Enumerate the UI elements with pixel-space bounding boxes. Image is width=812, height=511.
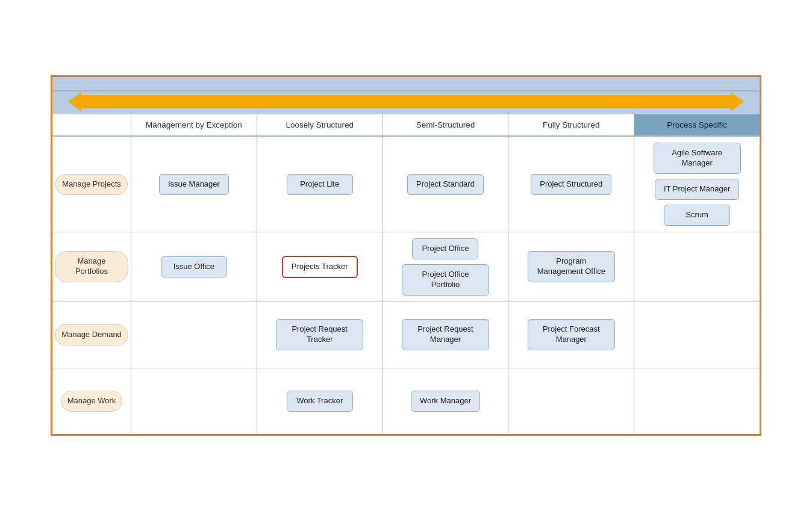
row-label-pill-0: Manage Projects [55, 174, 128, 195]
grid-cell-r3-c3 [508, 368, 634, 434]
corner-spacer [52, 114, 131, 135]
item-box-r3-c1-0[interactable]: Work Tracker [287, 391, 353, 412]
col-header-fully-structured: Fully Structured [508, 114, 634, 135]
grid-cell-r2-c1: Project Request Tracker [257, 302, 383, 368]
grid-cell-r1-c4 [634, 232, 760, 302]
grid-row-3: Manage WorkWork TrackerWork Manager [52, 368, 760, 434]
row-label-cell-2: Manage Demand [52, 302, 131, 368]
grid-cell-r1-c2: Project OfficeProject Office Portfolio [383, 232, 508, 302]
item-box-r1-c1-0[interactable]: Projects Tracker [282, 256, 358, 278]
grid-row-0: Manage ProjectsIssue ManagerProject Lite… [52, 136, 760, 232]
column-headers-row: Management by ExceptionLoosely Structure… [52, 114, 760, 136]
grid-cell-r0-c1: Project Lite [257, 137, 383, 232]
grid-cell-r0-c3: Project Structured [508, 137, 634, 232]
item-box-r2-c2-0[interactable]: Project Request Manager [402, 319, 489, 350]
col-header-loosely-structured: Loosely Structured [257, 114, 383, 135]
grid-cell-r1-c0: Issue Office [131, 232, 257, 302]
grid-cell-r3-c2: Work Manager [383, 368, 508, 434]
grid-row-1: Manage PortfoliosIssue OfficeProjects Tr… [52, 232, 760, 302]
item-box-r1-c3-0[interactable]: Program Management Office [528, 251, 615, 282]
item-box-r0-c2-0[interactable]: Project Standard [407, 174, 484, 195]
item-box-r1-c2-1[interactable]: Project Office Portfolio [402, 264, 489, 296]
grid-row-2: Manage DemandProject Request TrackerProj… [52, 302, 760, 368]
item-box-r1-c2-0[interactable]: Project Office [412, 238, 478, 259]
grid-cell-r2-c3: Project Forecast Manager [508, 302, 634, 368]
grid-cell-r3-c4 [634, 368, 760, 434]
grid-cell-r2-c2: Project Request Manager [383, 302, 508, 368]
row-label-cell-0: Manage Projects [52, 137, 131, 232]
col-header-semi-structured: Semi-Structured [383, 114, 508, 135]
row-label-cell-1: Manage Portfolios [52, 232, 131, 302]
col-header-mgmt-exception: Management by Exception [131, 114, 257, 135]
row-label-pill-3: Manage Work [61, 391, 123, 412]
grid-cell-r0-c4: Agile Software ManagerIT Project Manager… [634, 137, 760, 232]
spectrum-arrow [81, 95, 730, 108]
col-header-process-specific: Process Specific [634, 114, 760, 135]
diagram-title [52, 77, 760, 91]
row-label-cell-3: Manage Work [52, 368, 131, 434]
grid-cell-r2-c0 [131, 302, 257, 368]
item-box-r0-c0-0[interactable]: Issue Manager [159, 174, 229, 195]
grid-cell-r3-c1: Work Tracker [257, 368, 383, 434]
grid-cell-r3-c0 [131, 368, 257, 434]
grid-cell-r1-c3: Program Management Office [508, 232, 634, 302]
row-label-pill-1: Manage Portfolios [55, 251, 128, 282]
item-box-r0-c4-1[interactable]: IT Project Manager [655, 179, 739, 200]
grid-cell-r1-c1: Projects Tracker [257, 232, 383, 302]
item-box-r1-c0-0[interactable]: Issue Office [161, 256, 227, 277]
item-box-r0-c4-2[interactable]: Scrum [664, 205, 730, 226]
diagram-container: Management by ExceptionLoosely Structure… [51, 75, 761, 435]
main-grid: Manage ProjectsIssue ManagerProject Lite… [52, 136, 760, 433]
item-box-r3-c2-0[interactable]: Work Manager [411, 391, 480, 412]
item-box-r2-c3-0[interactable]: Project Forecast Manager [528, 319, 615, 350]
grid-cell-r0-c2: Project Standard [383, 137, 508, 232]
grid-cell-r0-c0: Issue Manager [131, 137, 257, 232]
grid-cell-r2-c4 [634, 302, 760, 368]
row-label-pill-2: Manage Demand [55, 324, 128, 345]
arrow-row [52, 91, 760, 114]
item-box-r2-c1-0[interactable]: Project Request Tracker [276, 319, 363, 350]
item-box-r0-c3-0[interactable]: Project Structured [531, 174, 611, 195]
item-box-r0-c4-0[interactable]: Agile Software Manager [654, 143, 741, 174]
item-box-r0-c1-0[interactable]: Project Lite [287, 174, 353, 195]
